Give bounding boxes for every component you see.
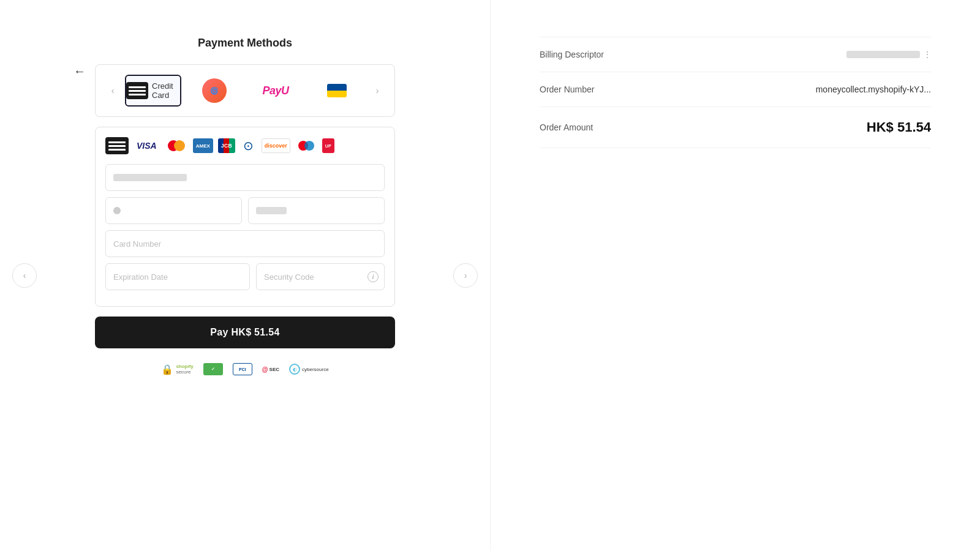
page-title: Payment Methods [198, 37, 292, 50]
left-nav-arrow[interactable]: ‹ [12, 263, 37, 288]
security-code-info-icon[interactable]: i [368, 271, 379, 282]
shopify-badge-text: shopify secure [176, 364, 193, 375]
green-badge: ✓ [203, 363, 223, 375]
shopify-lock-icon: 🔒 [161, 364, 173, 375]
blurred-month-year-row [105, 197, 385, 224]
jcb-logo: JCB [218, 138, 235, 153]
saferi-icon: 🌀 [202, 78, 227, 103]
pci-icon: PCI [233, 363, 252, 375]
order-number-value: moneycollect.myshopify-kYJ... [816, 84, 931, 94]
credit-card-label: Credit Card [152, 81, 180, 100]
tab-credit-card[interactable]: Credit Card [125, 75, 181, 107]
maestro-logo [295, 138, 317, 153]
order-amount-label: Order Amount [540, 122, 593, 132]
back-button[interactable]: ← [74, 64, 86, 78]
diners-logo: ⊙ [240, 138, 257, 153]
cardholder-name-field[interactable] [105, 164, 385, 191]
bancontact-icon [327, 84, 347, 97]
tab-next-arrow[interactable]: › [370, 83, 385, 98]
tab-bancontact[interactable] [309, 75, 365, 107]
tab-saferi[interactable]: 🌀 [186, 75, 243, 107]
green-secure-icon: ✓ [203, 363, 223, 375]
left-panel: ← ‹ › Payment Methods ‹ Credit Card [0, 0, 490, 551]
billing-descriptor-dots: ⋮ [924, 50, 931, 59]
year-select[interactable] [248, 197, 385, 224]
right-panel: Billing Descriptor ⋮ Order Number moneyc… [490, 0, 980, 551]
discover-logo: discover [262, 138, 290, 153]
payment-methods-container: ‹ Credit Card 🌀 [95, 64, 395, 117]
bancontact-tab-content [327, 84, 347, 97]
unionpay-logo: UP [322, 138, 334, 153]
saferi-tab-content: 🌀 [202, 78, 227, 103]
order-number-label: Order Number [540, 84, 594, 94]
security-code-wrapper: i [256, 263, 385, 290]
billing-descriptor-blurred [846, 51, 920, 58]
card-chip-large-icon [105, 137, 129, 154]
asec-icon: @ SEC [262, 366, 279, 373]
card-number-input[interactable] [105, 230, 385, 257]
billing-descriptor-label: Billing Descriptor [540, 50, 604, 59]
credit-card-chip-icon [126, 82, 148, 99]
security-code-input[interactable] [256, 263, 385, 290]
expiry-date-input[interactable] [105, 263, 250, 290]
order-amount-row: Order Amount HK$ 51.54 [540, 107, 931, 148]
card-form-container: VISA AMEX JCB ⊙ discover UP [95, 127, 395, 307]
blurred-short-value [256, 207, 287, 214]
security-badges: 🔒 shopify secure ✓ PCI @ SEC [161, 363, 328, 375]
pci-badge: PCI [233, 363, 252, 375]
visa-logo: VISA [134, 138, 160, 153]
billing-descriptor-value: ⋮ [846, 50, 931, 59]
order-amount-value: HK$ 51.54 [867, 119, 931, 135]
order-number-row: Order Number moneycollect.myshopify-kYJ.… [540, 72, 931, 107]
cybersource-icon: ◐ cybersource [289, 364, 329, 375]
expiry-security-row: i [105, 263, 385, 290]
credit-card-tab-content: Credit Card [126, 81, 180, 100]
payment-tabs: ‹ Credit Card 🌀 [105, 75, 385, 107]
card-logos-row: VISA AMEX JCB ⊙ discover UP [105, 137, 385, 154]
billing-descriptor-row: Billing Descriptor ⋮ [540, 37, 931, 72]
right-nav-arrow[interactable]: › [453, 263, 478, 288]
asec-badge: @ SEC [262, 366, 279, 373]
shopify-secure-badge: 🔒 shopify secure [161, 364, 193, 375]
blurred-char [113, 207, 121, 214]
mastercard-logo [165, 138, 188, 153]
tab-payu[interactable]: PayU [247, 75, 304, 107]
payu-label: PayU [262, 84, 288, 97]
cybersource-badge: ◐ cybersource [289, 364, 329, 375]
blurred-name-value [113, 174, 187, 181]
pay-button[interactable]: Pay HK$ 51.54 [95, 317, 395, 348]
tab-prev-arrow[interactable]: ‹ [105, 83, 120, 98]
amex-logo: AMEX [193, 138, 213, 153]
month-select[interactable] [105, 197, 242, 224]
